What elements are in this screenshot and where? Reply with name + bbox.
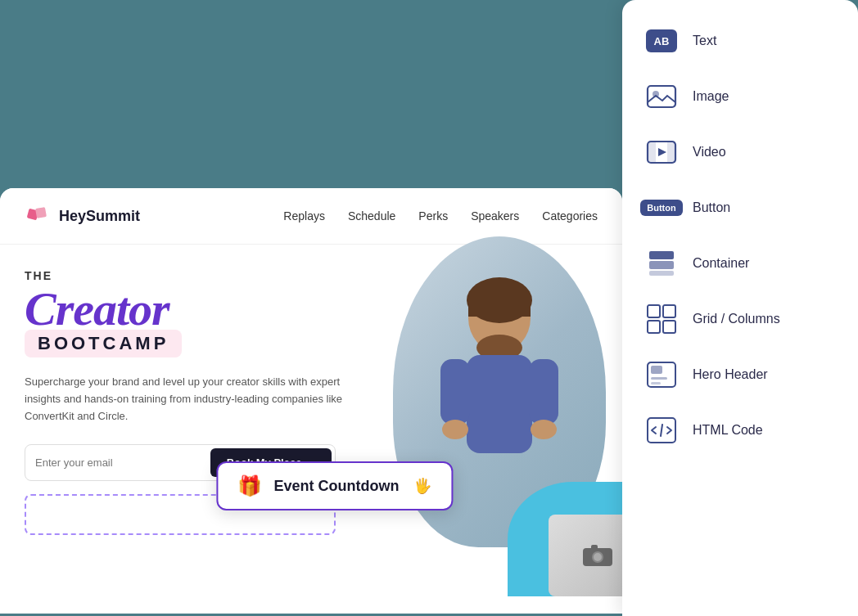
widget-label-text: Text xyxy=(693,34,716,48)
svg-rect-18 xyxy=(648,142,656,163)
hero-header-widget-icon xyxy=(645,358,678,391)
svg-rect-15 xyxy=(648,86,675,107)
widget-label-hero-header: Hero Header xyxy=(693,367,768,382)
svg-marker-20 xyxy=(658,148,666,156)
ab-icon: AB xyxy=(646,29,677,52)
widget-panel: AB Text Image xyxy=(622,0,858,616)
camera-thumbnail xyxy=(549,515,622,596)
svg-rect-6 xyxy=(467,355,532,453)
title-bootcamp: BOOTCAMP xyxy=(38,333,169,354)
svg-point-10 xyxy=(531,420,557,439)
nav-categories[interactable]: Categories xyxy=(542,209,598,223)
video-icon-svg xyxy=(646,137,677,168)
logo-area: HeySummit xyxy=(25,203,140,229)
html-code-widget-icon xyxy=(645,414,678,447)
svg-rect-21 xyxy=(649,251,674,259)
text-widget-icon: AB xyxy=(645,25,678,57)
drag-cursor-icon: 🖐 xyxy=(413,477,431,495)
logo-icon xyxy=(25,203,51,229)
widget-label-grid: Grid / Columns xyxy=(693,312,780,326)
hero-title-area: THE Creator BOOTCAMP xyxy=(25,269,352,357)
svg-rect-24 xyxy=(648,305,660,317)
nav-speakers[interactable]: Speakers xyxy=(471,209,519,223)
hero-right xyxy=(393,236,622,580)
widget-label-html-code: HTML Code xyxy=(693,423,763,438)
widget-item-image[interactable]: Image xyxy=(622,69,858,124)
widget-item-html-code[interactable]: HTML Code xyxy=(622,402,858,458)
widget-item-text[interactable]: AB Text xyxy=(622,13,858,69)
svg-rect-27 xyxy=(663,321,675,333)
nav-schedule[interactable]: Schedule xyxy=(348,209,395,223)
nav-perks[interactable]: Perks xyxy=(418,209,448,223)
svg-rect-14 xyxy=(591,545,598,550)
nav-links: Replays Schedule Perks Speakers Categori… xyxy=(283,209,598,223)
svg-rect-31 xyxy=(651,382,661,384)
widget-label-video: Video xyxy=(693,145,726,160)
html-code-icon-svg xyxy=(646,415,677,446)
button-widget-icon: Button xyxy=(645,191,678,224)
image-widget-icon xyxy=(645,80,678,113)
nav-replays[interactable]: Replays xyxy=(283,209,325,223)
svg-line-33 xyxy=(661,425,662,436)
video-widget-icon xyxy=(645,136,678,169)
svg-rect-23 xyxy=(649,271,674,276)
button-icon: Button xyxy=(640,200,682,216)
website-preview: HeySummit Replays Schedule Perks Speaker… xyxy=(0,0,622,616)
camera-icon xyxy=(581,543,614,568)
countdown-widget-icon: 🎁 xyxy=(237,474,262,497)
container-icon-svg xyxy=(646,248,677,279)
event-countdown-widget[interactable]: 🎁 Event Countdown 🖐 xyxy=(216,461,453,510)
svg-rect-4 xyxy=(468,300,531,317)
website-card: HeySummit Replays Schedule Perks Speaker… xyxy=(0,188,622,614)
grid-icon-svg xyxy=(646,304,677,335)
svg-rect-7 xyxy=(440,359,470,425)
svg-point-13 xyxy=(594,553,602,561)
widget-item-container[interactable]: Container xyxy=(622,236,858,291)
svg-point-9 xyxy=(442,420,468,439)
widget-list: AB Text Image xyxy=(622,0,858,471)
svg-rect-26 xyxy=(648,321,660,333)
svg-rect-19 xyxy=(667,142,675,163)
hero-content: THE Creator BOOTCAMP Supercharge your br… xyxy=(0,245,622,614)
widget-label-container: Container xyxy=(693,256,749,271)
widget-item-video[interactable]: Video xyxy=(622,124,858,180)
hero-left: THE Creator BOOTCAMP Supercharge your br… xyxy=(25,269,352,614)
countdown-widget-label: Event Countdown xyxy=(273,478,399,495)
svg-rect-1 xyxy=(35,207,47,218)
container-widget-icon xyxy=(645,247,678,280)
svg-rect-25 xyxy=(663,305,675,317)
hero-description: Supercharge your brand and level up your… xyxy=(25,374,352,425)
email-input[interactable] xyxy=(35,456,210,469)
widget-item-button[interactable]: Button Button xyxy=(622,180,858,236)
svg-rect-29 xyxy=(651,366,662,374)
svg-rect-30 xyxy=(651,377,667,380)
widget-label-button: Button xyxy=(693,200,730,215)
widget-label-image: Image xyxy=(693,89,729,104)
grid-widget-icon xyxy=(645,303,678,335)
widget-item-grid[interactable]: Grid / Columns xyxy=(622,291,858,347)
logo-text: HeySummit xyxy=(59,208,140,225)
image-icon-svg xyxy=(646,81,677,112)
title-the: THE xyxy=(25,269,352,282)
svg-rect-22 xyxy=(649,261,674,269)
svg-rect-8 xyxy=(529,359,558,425)
title-bootcamp-wrap: BOOTCAMP xyxy=(25,330,182,357)
widget-item-hero-header[interactable]: Hero Header xyxy=(622,347,858,402)
title-creator: Creator xyxy=(25,286,352,333)
hero-header-icon-svg xyxy=(646,359,677,390)
